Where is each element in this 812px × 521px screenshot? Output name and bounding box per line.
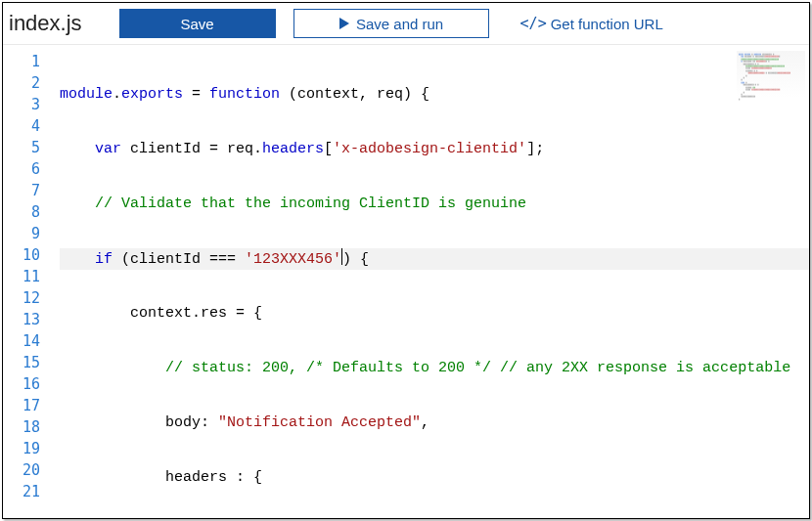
code-tag-icon: </> xyxy=(520,15,547,32)
line-number: 15 xyxy=(3,352,40,373)
line-number: 12 xyxy=(3,287,40,309)
code-line[interactable]: if (clientId === '123XXX456') { xyxy=(60,248,809,270)
code-line[interactable]: var clientId = req.headers['x-adobesign-… xyxy=(60,139,809,160)
save-and-run-button[interactable]: Save and run xyxy=(293,9,489,38)
file-title: index.js xyxy=(9,11,82,36)
line-number: 18 xyxy=(3,416,40,438)
line-number: 19 xyxy=(3,438,40,459)
line-number: 13 xyxy=(3,309,40,330)
line-number: 3 xyxy=(3,94,40,115)
line-number: 11 xyxy=(3,266,40,287)
line-number: 8 xyxy=(3,201,40,223)
save-button[interactable]: Save xyxy=(119,9,276,38)
line-number: 1 xyxy=(3,51,40,72)
save-and-run-label: Save and run xyxy=(356,16,443,32)
line-number: 2 xyxy=(3,72,40,94)
line-number: 4 xyxy=(3,115,40,137)
line-number: 9 xyxy=(3,223,40,244)
line-number: 17 xyxy=(3,395,40,416)
get-function-url-label: Get function URL xyxy=(551,16,663,32)
toolbar: index.js Save Save and run </> Get funct… xyxy=(3,3,809,44)
line-number: 10 xyxy=(3,244,40,266)
code-line[interactable]: headers : { xyxy=(60,467,809,489)
code-line[interactable]: // Validate that the incoming ClientID i… xyxy=(60,194,809,215)
code-line[interactable]: context.res = { xyxy=(60,303,809,325)
play-icon xyxy=(338,18,350,29)
line-number: 20 xyxy=(3,459,40,481)
line-number: 5 xyxy=(3,137,40,158)
line-number-gutter: 123456789101112131415161718192021 xyxy=(3,45,48,518)
code-area[interactable]: module.exports = function (context, req)… xyxy=(48,45,809,518)
line-number: 7 xyxy=(3,180,40,201)
line-number: 21 xyxy=(3,481,40,502)
line-number: 16 xyxy=(3,373,40,395)
line-number: 14 xyxy=(3,330,40,352)
code-line[interactable]: // status: 200, /* Defaults to 200 */ //… xyxy=(60,358,809,379)
minimap[interactable]: ▆▆▆▆ ▆▆▆▆▆ ▆ ▆▆▆▆▆▆ ▆▆▆▆▆▆▆▆ ▆ ▆▆ ▆▆▆▆▆▆… xyxy=(737,51,805,109)
get-function-url-link[interactable]: </> Get function URL xyxy=(520,15,663,32)
line-number: 6 xyxy=(3,158,40,180)
code-line[interactable]: body: "Notification Accepted", xyxy=(60,412,809,434)
code-line[interactable]: module.exports = function (context, req)… xyxy=(60,84,809,106)
svg-marker-0 xyxy=(339,18,349,29)
code-editor[interactable]: 123456789101112131415161718192021 module… xyxy=(3,44,809,518)
editor-window: index.js Save Save and run </> Get funct… xyxy=(2,2,810,519)
